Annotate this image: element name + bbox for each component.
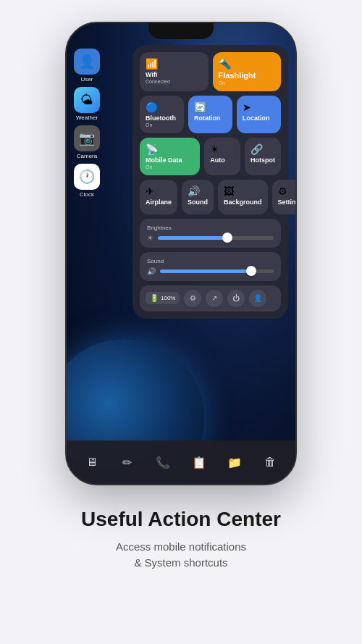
tile-background[interactable]: 🖼 Background <box>218 180 268 214</box>
auto-label: Auto <box>210 156 235 164</box>
tile-bluetooth[interactable]: 🔵 Bluetooth On <box>140 96 184 133</box>
brightness-slider-section: Brightnes ☀ <box>140 219 281 248</box>
brightness-fill <box>158 236 227 240</box>
hotspot-label: Hotspot <box>251 156 275 164</box>
mobile-data-sublabel: On <box>146 164 194 170</box>
app-label-camera: Camera <box>77 153 97 159</box>
bluetooth-label: Bluetooth <box>146 114 178 122</box>
brightness-track[interactable] <box>158 236 274 240</box>
location-icon: ➤ <box>243 101 275 113</box>
dock-trash[interactable]: 🗑 <box>258 451 282 474</box>
tile-wifi[interactable]: 📶 Wifi Connected <box>140 52 209 91</box>
wifi-label: Wifi <box>146 71 203 79</box>
battery-icon: 🔋 <box>150 294 159 302</box>
sound-slider-label: Sound <box>147 258 274 264</box>
background-label: Background <box>224 198 262 206</box>
sound-fill <box>160 269 251 273</box>
dock-pen[interactable]: ✏ <box>116 451 139 474</box>
tile-airplane[interactable]: ✈ Airplane <box>140 180 177 214</box>
hero-title: Useful Action Center <box>81 507 281 532</box>
control-center: 📶 Wifi Connected 🔦 Flashlight On 🔵 Bluet… <box>132 45 288 319</box>
brightness-label: Brightnes <box>147 225 274 231</box>
phone-wrapper: 👤 User 🌤 Weather 📷 Camera 🕐 Clock 📶 <box>65 22 297 485</box>
flashlight-icon: 🔦 <box>219 58 276 70</box>
mobile-data-label: Mobile Data <box>146 156 194 164</box>
phone-notch <box>148 23 214 39</box>
cc-row-2: 🔵 Bluetooth On 🔄 Rotation ➤ Location <box>140 96 281 133</box>
sound-slider-icon: 🔊 <box>147 267 156 275</box>
tile-auto[interactable]: ☀ Auto <box>204 138 240 175</box>
rotation-icon: 🔄 <box>194 101 227 113</box>
flashlight-label: Flashlight <box>219 71 276 80</box>
cc-row-3: 📡 Mobile Data On ☀ Auto 🔗 Hotspot <box>140 138 281 175</box>
tile-hotspot[interactable]: 🔗 Hotspot <box>245 138 281 175</box>
dock-finder[interactable]: 🖥 <box>80 451 104 474</box>
status-share-icon[interactable]: ↗ <box>206 290 223 307</box>
tile-sound[interactable]: 🔊 Sound <box>182 180 214 214</box>
sound-icon: 🔊 <box>188 185 208 197</box>
phone-frame: 👤 User 🌤 Weather 📷 Camera 🕐 Clock 📶 <box>65 22 297 485</box>
app-camera[interactable]: 📷 Camera <box>74 125 100 159</box>
background-icon: 🖼 <box>224 185 262 197</box>
auto-icon: ☀ <box>210 143 235 155</box>
status-power-icon[interactable]: ⏻ <box>227 290 245 307</box>
battery-indicator: 🔋 100% <box>146 292 180 304</box>
dock-phone[interactable]: 📞 <box>151 451 174 474</box>
side-apps: 👤 User 🌤 Weather 📷 Camera 🕐 Clock <box>74 49 100 198</box>
app-weather[interactable]: 🌤 Weather <box>74 87 100 121</box>
battery-percent: 100% <box>161 295 175 301</box>
bluetooth-sublabel: On <box>146 122 178 127</box>
sound-track[interactable] <box>160 269 274 273</box>
settings-label: Settings <box>278 198 297 206</box>
tile-location[interactable]: ➤ Location <box>237 96 281 133</box>
hero-section: Useful Action Center Access mobile notif… <box>52 507 310 601</box>
app-icon-weather: 🌤 <box>74 87 100 113</box>
brightness-thumb[interactable] <box>222 233 232 243</box>
rotation-label: Rotation <box>194 114 227 122</box>
settings-icon: ⚙ <box>278 185 297 197</box>
brightness-icon: ☀ <box>147 234 153 242</box>
app-icon-camera: 📷 <box>74 125 100 151</box>
tile-flashlight[interactable]: 🔦 Flashlight On <box>213 52 282 91</box>
flashlight-sublabel: On <box>219 80 276 85</box>
app-icon-clock: 🕐 <box>74 164 100 190</box>
bluetooth-icon: 🔵 <box>146 101 178 113</box>
app-icon-user: 👤 <box>74 49 100 75</box>
sound-slider-row: 🔊 <box>147 267 274 275</box>
status-gear-icon[interactable]: ⚙ <box>184 290 201 307</box>
airplane-label: Airplane <box>146 198 172 206</box>
dock-notes[interactable]: 📋 <box>188 451 211 474</box>
status-row: 🔋 100% ⚙ ↗ ⏻ 👤 <box>140 285 281 311</box>
phone-dock: 🖥 ✏ 📞 📋 📁 🗑 <box>67 440 295 484</box>
wifi-sublabel: Connected <box>146 79 203 84</box>
cc-row-1: 📶 Wifi Connected 🔦 Flashlight On <box>140 52 281 91</box>
app-label-user: User <box>81 76 93 83</box>
dock-files[interactable]: 📁 <box>223 451 246 474</box>
tile-mobile-data[interactable]: 📡 Mobile Data On <box>140 138 200 175</box>
hotspot-icon: 🔗 <box>251 143 275 155</box>
app-clock[interactable]: 🕐 Clock <box>74 164 100 198</box>
sound-thumb[interactable] <box>246 266 256 276</box>
airplane-icon: ✈ <box>146 185 172 197</box>
brightness-slider-row: ☀ <box>147 234 274 242</box>
mobile-data-icon: 📡 <box>146 143 194 155</box>
location-label: Location <box>243 114 275 122</box>
app-label-weather: Weather <box>76 114 98 121</box>
sound-label: Sound <box>188 198 208 206</box>
tile-settings[interactable]: ⚙ Settings <box>272 180 297 214</box>
cc-row-4: ✈ Airplane 🔊 Sound 🖼 Background ⚙ Settin… <box>140 180 281 214</box>
hero-subtitle: Access mobile notifications& System shor… <box>81 539 281 572</box>
hero-subtitle-text: Access mobile notifications& System shor… <box>116 540 246 569</box>
tile-rotation[interactable]: 🔄 Rotation <box>188 96 232 133</box>
status-person-icon[interactable]: 👤 <box>249 290 266 307</box>
sound-slider-section: Sound 🔊 <box>140 252 281 281</box>
app-user[interactable]: 👤 User <box>74 49 100 83</box>
wifi-icon: 📶 <box>146 58 203 70</box>
app-label-clock: Clock <box>80 191 94 198</box>
